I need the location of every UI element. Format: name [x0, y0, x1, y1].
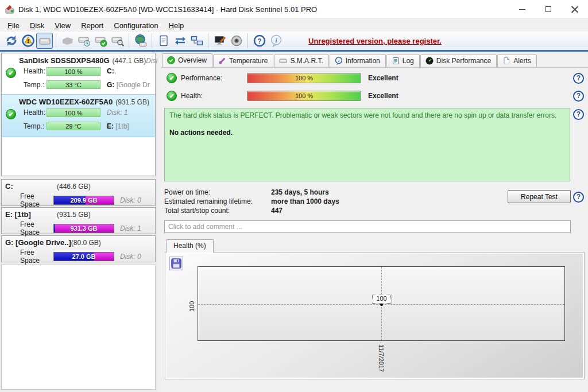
warning-settings-icon[interactable] — [20, 33, 36, 49]
close-button[interactable] — [562, 0, 588, 18]
performance-label: Performance: — [181, 74, 222, 82]
tab-bar: Overview Temperature S.M.A.R.T. i Inform… — [162, 53, 537, 67]
menu-disk[interactable]: Disk — [25, 20, 49, 31]
sync-icon[interactable] — [172, 33, 188, 49]
health-label: Health: — [18, 108, 47, 117]
partition-entry-g[interactable]: G: [Google Drive..] (80.0 GB) Free Space… — [1, 235, 156, 262]
menu-view[interactable]: View — [49, 20, 76, 31]
disk-size: (931.5 GB) — [115, 98, 149, 106]
toolbar-separator — [56, 33, 56, 48]
partition-name: E: [1tb] — [5, 210, 57, 219]
performance-row: ✔ Performance: 100 % Excellent ? — [161, 72, 588, 84]
partition-entry-c[interactable]: C: (446.6 GB) Free Space 209.9 GB Disk: … — [1, 179, 156, 206]
log-icon — [392, 57, 400, 65]
free-space-bar: 209.9 GB — [53, 196, 114, 205]
unregistered-link[interactable]: Unregistered version, please register. — [308, 37, 442, 45]
info-icon[interactable]: i — [268, 33, 284, 49]
network-icon[interactable] — [188, 33, 205, 49]
drive-letters: G: [Google Dr — [102, 81, 153, 89]
status-text: The hard disk status is PERFECT. Problem… — [169, 111, 565, 119]
status-message-box: The hard disk status is PERFECT. Problem… — [164, 108, 570, 181]
save-chart-button[interactable] — [169, 257, 183, 270]
toolbar-separator — [152, 33, 152, 48]
disk-entry-sandisk[interactable]: SanDisk SDSSDXPS480G (447.1 GB) Disk: 0 … — [2, 53, 155, 93]
y-axis-tick: 100 — [188, 301, 195, 312]
disk-disabled-icon — [59, 33, 76, 49]
menu-bar: File Disk View Report Configuration Help — [0, 19, 588, 32]
menu-report[interactable]: Report — [76, 20, 109, 31]
monitor-pen-icon[interactable] — [211, 33, 228, 49]
partition-list: C: (446.6 GB) Free Space 209.9 GB Disk: … — [1, 179, 156, 263]
health-row: ✔ Health: 100 % Excellent ? — [161, 90, 588, 102]
refresh-icon[interactable] — [3, 33, 20, 49]
help-icon[interactable]: ? — [251, 33, 268, 49]
partition-size: (80.0 GB) — [71, 239, 101, 247]
smart-disk-icon — [279, 57, 287, 65]
partition-disk-number: Disk: 0 — [115, 253, 152, 261]
sidebar-splitter[interactable] — [157, 52, 161, 392]
help-icon[interactable]: ? — [573, 73, 584, 84]
tab-alerts[interactable]: Alerts — [497, 55, 537, 67]
health-meter: 100 % — [247, 91, 361, 101]
stat-power-on-time: Power on time: 235 days, 5 hours — [164, 188, 339, 197]
disk-name: WDC WD10EZEX-60ZF5A0 — [19, 98, 113, 106]
disk-entry-wdc-selected[interactable]: WDC WD10EZEX-60ZF5A0 (931.5 GB) ✔ Health… — [2, 94, 155, 137]
tab-overview[interactable]: Overview — [162, 53, 212, 67]
tab-temperature[interactable]: Temperature — [213, 55, 273, 67]
comment-input[interactable] — [164, 220, 571, 233]
menu-file[interactable]: File — [2, 20, 25, 31]
menu-help[interactable]: Help — [164, 20, 189, 31]
health-rating: Excellent — [368, 92, 399, 100]
stats-list: Power on time: 235 days, 5 hours Estimat… — [164, 188, 339, 216]
partition-size: (446.6 GB) — [57, 183, 91, 191]
close-icon — [571, 6, 578, 13]
disk-view-icon[interactable] — [36, 33, 53, 49]
performance-rating: Excellent — [368, 74, 399, 82]
disk-size: (447.1 GB) — [113, 57, 146, 65]
toolbar-separator — [247, 33, 248, 48]
toolbar-separator — [129, 33, 129, 48]
disk-list: SanDisk SDSSDXPS480G (447.1 GB) Disk: 0 … — [1, 53, 156, 176]
minimize-button[interactable] — [509, 0, 535, 18]
maximize-button[interactable] — [535, 0, 562, 18]
overview-check-icon — [167, 56, 175, 64]
health-label: Health: — [181, 92, 203, 100]
disk-performance-icon — [425, 57, 434, 65]
partition-disk-number: Disk: 0 — [115, 196, 152, 204]
report-icon[interactable] — [155, 33, 172, 49]
maximize-icon — [546, 6, 551, 12]
chart-tab-health[interactable]: Health (%) — [166, 239, 214, 253]
temp-bar: 29 °C — [47, 122, 100, 130]
health-chart-panel: 100 100 11/7/2017 — [165, 252, 585, 379]
help-icon[interactable]: ? — [573, 109, 584, 120]
partition-size: (931.5 GB) — [57, 211, 91, 219]
tab-information[interactable]: i Information — [330, 55, 386, 67]
disk-check-icon[interactable] — [92, 33, 109, 49]
temp-label: Temp.: — [18, 122, 47, 130]
disk-clock-icon[interactable] — [76, 33, 92, 49]
free-space-label: Free Space — [20, 249, 53, 265]
help-icon[interactable]: ? — [573, 91, 584, 102]
temp-label: Temp.: — [18, 81, 47, 89]
title-bar: Disk 1, WDC WD10EZEX-60ZF5A0 [WD-WCC1S16… — [0, 0, 588, 19]
disk-number: Disk: 1 — [102, 108, 153, 117]
help-icon[interactable]: ? — [573, 192, 584, 203]
health-bar: 100 % — [47, 108, 100, 117]
disk-ok-icon: ✔ — [6, 109, 16, 119]
svg-text:?: ? — [257, 37, 261, 45]
tab-smart[interactable]: S.M.A.R.T. — [274, 55, 328, 67]
globe-disk-icon[interactable] — [132, 33, 149, 49]
window-title: Disk 1, WDC WD10EZEX-60ZF5A0 [WD-WCC1S16… — [18, 5, 317, 14]
information-icon: i — [335, 57, 343, 65]
stat-start-stop-count: Total start/stop count: 447 — [164, 207, 339, 216]
disk-name: SanDisk SDSSDXPS480G — [19, 56, 110, 65]
speaker-icon[interactable] — [228, 33, 245, 49]
tab-log[interactable]: Log — [386, 55, 420, 67]
menu-configuration[interactable]: Configuration — [109, 20, 163, 31]
disk-search-icon[interactable] — [109, 33, 126, 49]
partition-entry-e[interactable]: E: [1tb] (931.5 GB) Free Space 931.3 GB … — [1, 207, 156, 234]
disk-ok-icon: ✔ — [6, 68, 16, 78]
repeat-test-button[interactable]: Repeat Test — [508, 190, 571, 203]
tab-disk-performance[interactable]: Disk Performance — [420, 55, 497, 67]
x-axis-tick-date: 11/7/2017 — [378, 344, 385, 372]
